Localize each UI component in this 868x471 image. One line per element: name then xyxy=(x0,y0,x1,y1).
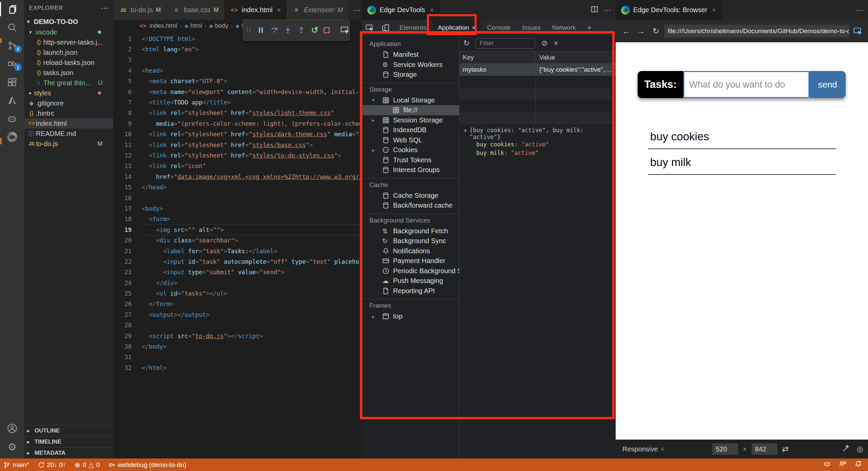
code-line-31[interactable]: 31 xyxy=(113,352,362,362)
tree-item-reporting-api[interactable]: Reporting API xyxy=(362,286,459,296)
tree-item-web-sql[interactable]: Web SQL xyxy=(362,135,459,145)
code-line-22[interactable]: 22 <input id="task" autocomplete="off" t… xyxy=(113,256,362,267)
triangle-down-icon[interactable]: ▼ xyxy=(464,128,467,133)
reload-icon[interactable]: ↻ xyxy=(649,25,662,38)
send-button[interactable]: send xyxy=(809,71,846,98)
viewport-width-input[interactable]: 520 xyxy=(712,443,738,455)
file-.gitignore[interactable]: ◆.gitignore xyxy=(24,98,113,108)
tool-tab-network[interactable]: Network xyxy=(547,20,581,36)
auto-fit-icon[interactable] xyxy=(842,444,850,454)
preview-entry[interactable]: buy cookies: "active" xyxy=(464,140,616,149)
add-tool-icon[interactable]: + xyxy=(582,23,596,32)
tree-item-interest-groups[interactable]: Interest Groups xyxy=(362,165,459,175)
activity-copilot[interactable] xyxy=(0,110,24,128)
tree-item-cache-storage[interactable]: Cache Storage xyxy=(362,191,459,201)
debug-session-status[interactable]: webdebug (demo-to-do) xyxy=(109,461,186,469)
forward-icon[interactable]: → xyxy=(635,25,647,38)
tree-item-trust-tokens[interactable]: Trust Tokens xyxy=(362,155,459,165)
code-line-8[interactable]: 8 <link rel="stylesheet" href="styles/li… xyxy=(113,108,362,118)
activity-account[interactable] xyxy=(0,419,24,438)
sidebar-section-timeline[interactable]: ▸TIMELINE xyxy=(24,436,113,447)
breadcrumb-item[interactable]: <>index.html xyxy=(139,22,177,29)
tree-item-session-storage[interactable]: ▸Session Storage xyxy=(362,115,459,125)
code-line-16[interactable]: 16 xyxy=(113,193,362,203)
viewport-height-input[interactable]: 842 xyxy=(752,443,777,455)
sidebar-section-metadata[interactable]: ▸METADATA xyxy=(24,447,113,458)
column-header-key[interactable]: Key xyxy=(459,54,535,61)
code-line-17[interactable]: 17<body> xyxy=(113,203,362,214)
preview-entry[interactable]: buy milk: "active" xyxy=(464,149,616,157)
file-launch.json[interactable]: {}launch.json xyxy=(24,47,113,57)
inspect-tool-icon[interactable] xyxy=(362,24,377,32)
refresh-icon[interactable]: ↻ xyxy=(463,39,470,48)
drag-grip-icon[interactable]: ⁝⁝ xyxy=(246,26,251,34)
tree-item-top[interactable]: ▸top xyxy=(362,311,459,322)
code-line-14[interactable]: 14 href="data:image/svg+xml,<svg xmlns=%… xyxy=(113,171,362,182)
back-icon[interactable]: ← xyxy=(620,25,633,38)
preview-summary[interactable]: {buy cookies: "active", buy milk: "activ… xyxy=(470,127,616,140)
tree-item-payment-handler[interactable]: Payment Handler xyxy=(362,256,459,266)
split-editor-icon[interactable] xyxy=(591,6,598,14)
more-actions-icon[interactable]: ··· xyxy=(856,6,863,15)
activity-source-control[interactable]: 4 xyxy=(0,37,24,55)
file-The great thin...[interactable]: ↓The great thin...U xyxy=(24,78,113,88)
code-line-30[interactable]: 30</body> xyxy=(113,341,362,352)
file-.vscode[interactable]: ▾.vscode xyxy=(24,27,113,37)
screencast-icon[interactable] xyxy=(340,26,349,34)
feedback-icon[interactable] xyxy=(839,460,846,469)
tool-tab-console[interactable]: Console xyxy=(482,20,516,36)
delete-selected-icon[interactable]: × xyxy=(554,39,558,48)
code-line-15[interactable]: 15</head> xyxy=(113,182,362,192)
editor-tab-index.html[interactable]: <>index.html× xyxy=(225,0,287,20)
code-line-3[interactable]: 3 xyxy=(113,55,362,65)
tree-item-local-storage[interactable]: ▾Local Storage xyxy=(362,95,459,105)
close-icon[interactable]: × xyxy=(712,6,716,14)
file-to-do.js[interactable]: JSto-do.jsM xyxy=(24,139,113,149)
file-reload-tasks.json[interactable]: {}reload-tasks.json xyxy=(24,57,113,68)
device-toolbar-icon[interactable] xyxy=(378,24,393,32)
file-tasks.json[interactable]: {}tasks.json xyxy=(24,68,113,78)
tree-item-background-sync[interactable]: ↻Background Sync xyxy=(362,236,459,246)
tree-item-cookies[interactable]: ▸Cookies xyxy=(362,145,459,155)
activity-run-and-debug[interactable]: 1 xyxy=(0,55,24,73)
close-icon[interactable]: × xyxy=(472,24,476,31)
storage-row-mytasks[interactable]: mytasks{"buy cookies":"active",… xyxy=(459,64,616,76)
responsive-mode-dropdown[interactable]: Responsive ∨ xyxy=(622,440,664,458)
clear-all-icon[interactable]: ⊘ xyxy=(541,39,547,48)
tree-item-background-fetch[interactable]: ⇅Background Fetch xyxy=(362,226,459,236)
tree-item-push-messaging[interactable]: ☁Push Messaging xyxy=(362,276,459,286)
code-line-21[interactable]: 21 <label for="task">Tasks:</label> xyxy=(113,246,362,256)
column-header-value[interactable]: Value xyxy=(535,51,616,63)
breadcrumb-item[interactable]: ◈html xyxy=(184,22,202,29)
code-line-28[interactable]: 28 xyxy=(113,320,362,331)
file-.hintrc[interactable]: {}.hintrc xyxy=(24,108,113,118)
filter-input[interactable]: Filter xyxy=(476,38,535,49)
tree-item-periodic-background-sync[interactable]: Periodic Background Sync xyxy=(362,266,459,276)
code-line-5[interactable]: 5 <meta charset="UTF-8"> xyxy=(113,76,362,87)
code-line-6[interactable]: 6 <meta name="viewport" content="width=d… xyxy=(113,87,362,97)
breadcrumb-item[interactable]: ◈body xyxy=(209,22,228,29)
file-index.html[interactable]: <>index.html xyxy=(24,118,113,128)
activity-search[interactable] xyxy=(0,18,24,37)
code-line-27[interactable]: 27 <output></output> xyxy=(113,309,362,320)
problems-status[interactable]: ⊗ 0 △ 0 xyxy=(75,461,100,469)
explorer-root-folder[interactable]: ▾ DEMO-TO-DO xyxy=(24,16,113,27)
code-line-13[interactable]: 13 <link rel="icon" xyxy=(113,161,362,171)
task-item[interactable]: buy cookies xyxy=(648,127,836,149)
step-over-icon[interactable] xyxy=(270,26,278,34)
activity-settings[interactable]: ⚙ xyxy=(0,438,24,456)
tree-item-storage[interactable]: Storage xyxy=(362,70,459,80)
task-item[interactable]: buy milk xyxy=(648,152,836,175)
tree-item-indexeddb[interactable]: IndexedDB xyxy=(362,125,459,135)
git-branch-status[interactable]: main* xyxy=(3,461,29,469)
tree-item-notifications[interactable]: Notifications xyxy=(362,246,459,256)
tool-tab-application[interactable]: Application× xyxy=(433,20,480,36)
sidebar-section-outline[interactable]: ▸OUTLINE xyxy=(24,425,113,436)
tab-overflow-icon[interactable]: ··· xyxy=(349,0,362,20)
browser-panel-tab[interactable]: Edge DevTools: Browser × xyxy=(616,0,722,20)
file-styles[interactable]: ▸styles xyxy=(24,88,113,98)
tree-item-service-workers[interactable]: ⚙Service Workers xyxy=(362,60,459,70)
explorer-more-actions-icon[interactable]: ⋯ xyxy=(101,4,109,13)
code-line-32[interactable]: 32</html> xyxy=(113,362,362,373)
code-editor[interactable]: 1<!DOCTYPE html>2<html lang="en">34<head… xyxy=(113,32,362,458)
